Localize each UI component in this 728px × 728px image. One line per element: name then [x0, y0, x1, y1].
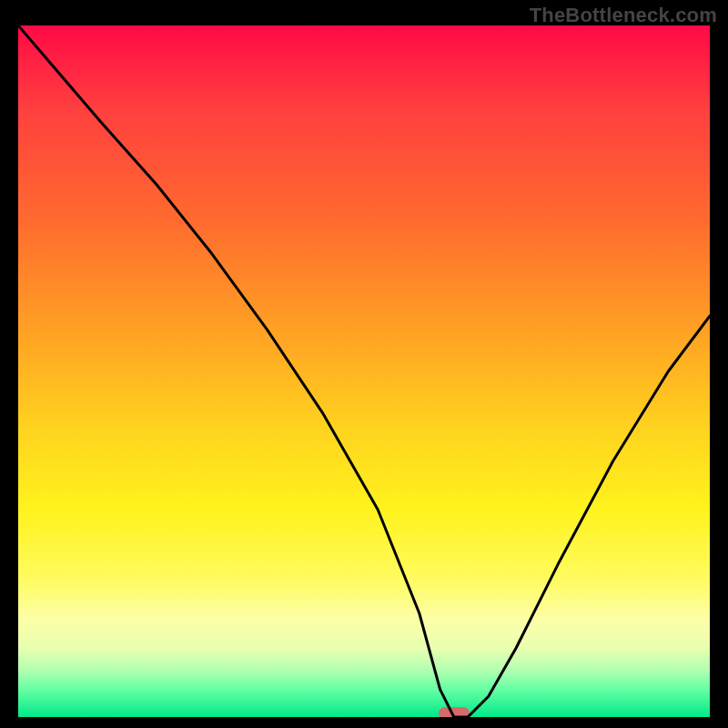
watermark-text: TheBottleneck.com [530, 4, 717, 27]
bottleneck-curve [18, 25, 710, 717]
chart-stage: TheBottleneck.com [0, 0, 728, 728]
plot-area [18, 25, 710, 717]
